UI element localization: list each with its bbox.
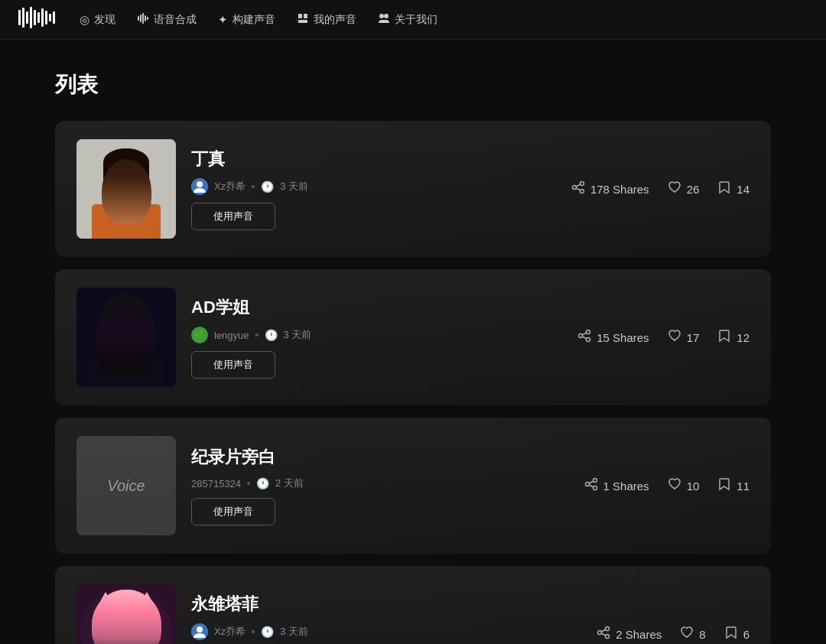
card-name-dingzhen: 丁真 [191,148,556,171]
svg-point-58 [579,333,583,337]
build-voice-icon: ✦ [218,13,228,27]
nav-label-about-us: 关于我们 [395,13,437,27]
svg-line-65 [589,481,593,483]
share-icon-ad-xuejie [577,329,591,346]
author-name-dingzhen: Xz乔希 [214,180,246,194]
use-voice-button-ad-xuejie[interactable]: 使用声音 [191,351,275,379]
bookmarks-count-ad-xuejie: 12 [737,331,750,344]
shares-count-jilupianbai: 1 Shares [603,480,649,493]
share-icon-yongweitafei [597,626,610,643]
svg-rect-6 [41,8,44,27]
heart-icon-ad-xuejie [668,329,681,346]
card-stats-ad-xuejie: 15 Shares 17 12 [577,329,750,346]
likes-count-ad-xuejie: 17 [687,331,700,344]
share-icon-jilupianbai [584,477,598,495]
time-yongweitafei: 3 天前 [280,625,308,639]
svg-line-60 [583,333,587,335]
thumbnail-dingzhen [76,139,176,239]
svg-point-84 [129,616,143,632]
clock-icon-ad-xuejie: 🕐 [265,329,278,341]
svg-point-78 [116,599,121,603]
nav-item-my-voice[interactable]: 我的声音 [297,9,356,30]
svg-point-63 [585,482,589,486]
clock-icon-yongweitafei: 🕐 [261,626,274,638]
svg-rect-74 [102,600,110,638]
svg-point-57 [587,330,590,333]
nav-item-about-us[interactable]: 关于我们 [378,9,437,30]
svg-point-18 [379,14,384,18]
share-icon-dingzhen [571,181,585,198]
svg-point-19 [384,14,389,18]
card-meta-dingzhen: Xz乔希 🕐 3 天前 [191,178,556,195]
svg-point-64 [593,486,597,490]
svg-point-23 [105,159,148,208]
svg-point-35 [572,185,576,189]
author-name-ad-xuejie: lengyue [214,330,249,341]
nav-items: ◎ 发现 语音合成 ✦ 构建声音 [80,9,437,30]
svg-rect-40 [88,356,164,387]
svg-point-54 [139,330,151,337]
svg-rect-75 [142,600,150,634]
card-stats-dingzhen: 178 Shares 26 14 [571,181,750,198]
svg-point-62 [593,478,597,482]
voice-card-ad-xuejie: AD学姐 🌿 lengyue 🕐 3 天前 使用声音 [55,269,771,405]
svg-point-28 [131,178,138,186]
svg-point-53 [101,330,113,337]
nav-item-voice-synthesis[interactable]: 语音合成 [137,9,197,30]
author-name-jilupianbai: 285715324 [191,478,241,490]
use-voice-button-jilupianbai[interactable]: 使用声音 [191,498,275,525]
bookmark-icon-dingzhen [717,181,731,198]
bookmarks-count-yongweitafei: 6 [743,628,750,641]
svg-rect-14 [147,17,148,20]
nav-label-voice-synthesis: 语音合成 [154,13,197,27]
svg-rect-46 [143,304,149,354]
heart-icon-jilupianbai [668,477,681,495]
thumbnail-jilupianbai: Voice [76,436,176,535]
svg-rect-3 [30,7,32,28]
svg-rect-11 [140,15,141,22]
clock-icon-dingzhen: 🕐 [261,181,274,193]
navigation: ◎ 发现 语音合成 ✦ 构建声音 [0,0,826,40]
bookmarks-stat-jilupianbai: 11 [717,477,750,495]
svg-rect-42 [118,340,135,353]
svg-point-93 [124,641,128,644]
svg-point-48 [110,320,122,334]
card-stats-jilupianbai: 1 Shares 10 11 [584,477,750,495]
voice-placeholder-text: Voice [107,477,145,495]
my-voice-icon [297,12,309,27]
shares-count-yongweitafei: 2 Shares [616,628,662,641]
svg-line-100 [602,633,606,636]
logo[interactable] [18,7,55,33]
card-name-jilupianbai: 纪录片旁白 [191,446,569,469]
card-meta-yongweitafei: Xz乔希 🕐 3 天前 [191,623,581,640]
time-ad-xuejie: 3 天前 [284,328,312,342]
shares-stat-yongweitafei: 2 Shares [597,626,662,643]
bookmarks-stat-dingzhen: 14 [717,181,750,198]
voice-card-yongweitafei: 永雏塔菲 Xz乔希 🕐 3 天前 使用声音 [55,566,771,644]
svg-rect-45 [103,304,109,358]
svg-point-95 [197,626,203,633]
svg-rect-7 [45,11,47,24]
svg-point-51 [133,324,138,329]
svg-point-86 [132,619,140,628]
card-name-ad-xuejie: AD学姐 [191,296,562,319]
svg-text:🌿: 🌿 [194,330,205,340]
nav-item-discover[interactable]: ◎ 发现 [80,9,115,30]
svg-point-24 [103,148,149,176]
svg-point-85 [112,619,120,628]
svg-point-97 [598,630,602,634]
svg-line-66 [589,485,593,487]
shares-stat-jilupianbai: 1 Shares [584,477,649,495]
shares-stat-dingzhen: 178 Shares [571,181,649,198]
svg-rect-16 [304,14,307,18]
svg-point-89 [125,630,128,633]
svg-point-27 [114,178,122,186]
bookmarks-count-dingzhen: 14 [737,183,750,196]
nav-item-build-voice[interactable]: ✦ 构建声音 [218,9,275,30]
use-voice-button-dingzhen[interactable]: 使用声音 [191,203,275,230]
likes-stat-ad-xuejie: 17 [668,329,700,346]
svg-rect-9 [53,11,55,24]
svg-rect-26 [143,162,149,185]
svg-rect-12 [142,13,144,24]
logo-icon [18,7,55,33]
